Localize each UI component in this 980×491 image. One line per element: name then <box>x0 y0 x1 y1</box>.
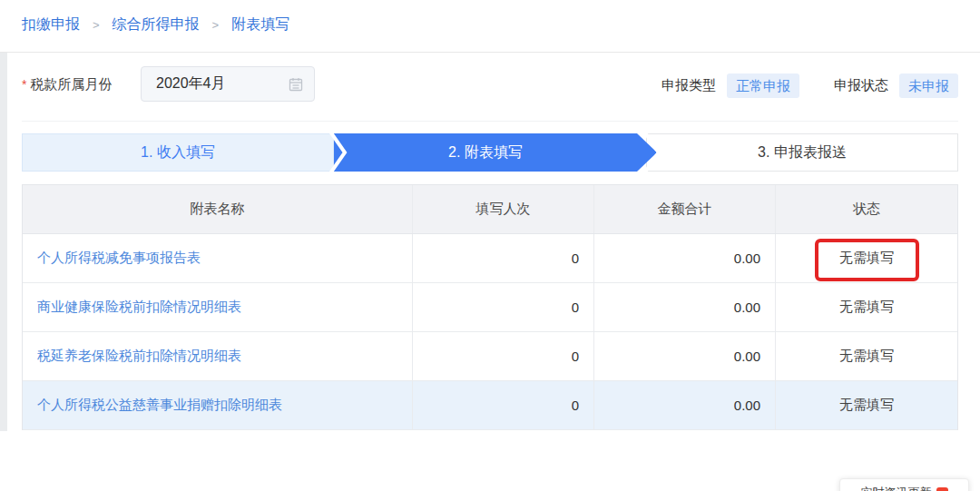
table-row: 商业健康保险税前扣除情况明细表 0 0.00 无需填写 <box>23 283 957 332</box>
header-divider <box>0 52 980 53</box>
news-update-widget[interactable]: 实时资讯更新 <box>839 478 969 491</box>
status-value: 无需填写 <box>839 397 894 414</box>
status-value: 无需填写 <box>839 250 894 267</box>
amount-total-value: 0.00 <box>734 300 760 315</box>
amount-total-value: 0.00 <box>734 250 760 266</box>
form-link-charitable-donation-deduction[interactable]: 个人所得税公益慈善事业捐赠扣除明细表 <box>37 397 282 414</box>
person-count-value: 0 <box>572 250 579 266</box>
tax-period-input[interactable]: 2020年4月 <box>141 66 315 102</box>
form-link-commercial-health-insurance[interactable]: 商业健康保险税前扣除情况明细表 <box>37 299 241 316</box>
declare-type-label: 申报类型 <box>662 77 716 94</box>
declaration-meta: 申报类型 正常申报 申报状态 未申报 <box>662 74 958 98</box>
news-update-label: 实时资讯更新 <box>861 485 932 491</box>
required-asterisk: * <box>22 77 26 92</box>
person-count-value: 0 <box>572 398 579 413</box>
breadcrumb-item-comprehensive-income[interactable]: 综合所得申报 <box>113 15 200 34</box>
table-row: 个人所得税减免事项报告表 0 0.00 无需填写 <box>23 234 957 283</box>
table-row-highlighted: 个人所得税公益慈善事业捐赠扣除明细表 0 0.00 无需填写 <box>23 381 957 430</box>
declare-status-label: 申报状态 <box>834 77 888 94</box>
status-value: 无需填写 <box>839 299 894 316</box>
declare-type-badge: 正常申报 <box>727 74 799 98</box>
step-attached-forms[interactable]: 2. 附表填写 <box>334 133 657 172</box>
person-count-value: 0 <box>572 300 579 315</box>
form-link-deferred-pension-insurance[interactable]: 税延养老保险税前扣除情况明细表 <box>37 348 241 365</box>
section-divider <box>22 121 958 122</box>
form-link-tax-reduction-report[interactable]: 个人所得税减免事项报告表 <box>37 250 201 267</box>
step-income-fill[interactable]: 1. 收入填写 <box>22 133 334 172</box>
status-value: 无需填写 <box>839 348 894 365</box>
tax-period-label: *税款所属月份 <box>22 76 112 93</box>
table-header-row: 附表名称 填写人次 金额合计 状态 <box>23 185 957 234</box>
table-row: 税延养老保险税前扣除情况明细表 0 0.00 无需填写 <box>23 332 957 381</box>
col-header-amount-total: 金额合计 <box>594 185 776 233</box>
breadcrumb-separator-icon: > <box>93 18 100 32</box>
amount-total-value: 0.00 <box>734 398 760 413</box>
tax-period-value: 2020年4月 <box>156 74 289 93</box>
page-gutter <box>0 53 7 431</box>
person-count-value: 0 <box>572 349 579 364</box>
breadcrumb-separator-icon: > <box>212 18 220 32</box>
attached-forms-table: 附表名称 填写人次 金额合计 状态 个人所得税减免事项报告表 0 0.00 无需… <box>22 184 958 430</box>
declare-status-badge: 未申报 <box>899 74 958 98</box>
page: 扣缴申报 > 综合所得申报 > 附表填写 *税款所属月份 2020年4月 申报类… <box>0 0 980 491</box>
col-header-form-name: 附表名称 <box>23 185 413 233</box>
breadcrumb-item-attached-forms[interactable]: 附表填写 <box>231 15 289 34</box>
breadcrumb: 扣缴申报 > 综合所得申报 > 附表填写 <box>22 15 289 34</box>
step-submit-return[interactable]: 3. 申报表报送 <box>646 133 958 172</box>
calendar-icon[interactable] <box>289 77 303 92</box>
step-wizard: 1. 收入填写 2. 附表填写 3. 申报表报送 <box>22 133 958 172</box>
news-badge-icon <box>936 487 948 491</box>
amount-total-value: 0.00 <box>734 349 760 364</box>
col-header-status: 状态 <box>776 185 957 233</box>
col-header-person-count: 填写人次 <box>413 185 594 233</box>
breadcrumb-item-withholding[interactable]: 扣缴申报 <box>22 15 80 34</box>
